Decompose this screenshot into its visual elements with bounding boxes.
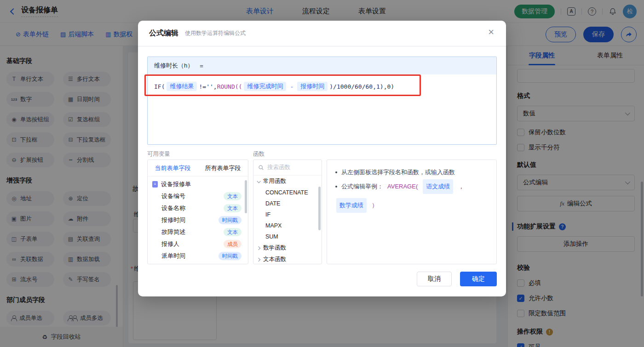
function-group-common[interactable]: 常用函数: [253, 176, 322, 187]
tip-example-line: 公式编辑举例：AVERAGE(语文成绩，数学成绩）: [335, 179, 488, 213]
function-item[interactable]: DATE: [253, 198, 322, 209]
type-badge: 文本: [224, 228, 242, 236]
close-icon[interactable]: ×: [488, 27, 494, 37]
function-item[interactable]: MAPX: [253, 220, 322, 231]
chevron-right-icon: [257, 257, 260, 261]
tree-root-form[interactable]: ≡ 设备报修单: [148, 176, 248, 190]
variables-label: 可用变量: [147, 150, 170, 158]
functions-label: 函数: [253, 150, 264, 158]
variables-panel: 当前表单字段 所有表单字段 ≡ 设备报修单 设备编号文本 设备名称文本 报修时间…: [147, 159, 248, 264]
variable-row[interactable]: 设备编号文本: [148, 190, 248, 202]
type-badge: 文本: [224, 192, 242, 200]
variable-row[interactable]: 设备名称文本: [148, 202, 248, 214]
type-badge: 文本: [224, 204, 242, 212]
functions-scrollbar[interactable]: [318, 187, 321, 230]
function-search-input[interactable]: 搜索函数: [253, 160, 322, 176]
field-chip: 数学成绩: [336, 198, 367, 213]
type-badge: 成员: [224, 240, 242, 248]
functions-panel: 搜索函数 常用函数 CONCATENATE DATE IF MAPX SUM 数…: [253, 159, 322, 264]
function-item[interactable]: IF: [253, 209, 322, 220]
bullet-dot: [335, 171, 337, 173]
cancel-button[interactable]: 取消: [417, 272, 452, 286]
tab-current-form-fields[interactable]: 当前表单字段: [155, 164, 191, 172]
function-group-math[interactable]: 数学函数: [253, 242, 322, 254]
formula-editor[interactable]: 维修时长（h） = IF( 维修结果 !='', ROUND(( 维修完成时间 …: [147, 57, 497, 145]
variable-row[interactable]: 故障简述文本: [148, 226, 248, 238]
chevron-down-icon: [257, 179, 260, 183]
search-icon: [258, 165, 264, 171]
form-doc-icon: ≡: [152, 181, 158, 188]
bullet-dot: [335, 186, 337, 188]
chevron-right-icon: [257, 246, 260, 250]
confirm-button[interactable]: 确定: [460, 272, 497, 286]
tip-line: 从左侧面板选择字段名和函数，或输入函数: [335, 165, 488, 179]
field-chip: 语文成绩: [423, 179, 453, 194]
formula-editor-modal: 公式编辑 使用数学运算符编辑公式 × 维修时长（h） = IF( 维修结果 !=…: [138, 21, 506, 296]
equals-sign: =: [200, 63, 203, 69]
formula-tips-panel: 从左侧面板选择字段名和函数，或输入函数 公式编辑举例：AVERAGE(语文成绩，…: [327, 159, 497, 264]
variables-scrollbar[interactable]: [245, 180, 247, 213]
formula-target-row: 维修时长（h） =: [148, 57, 496, 74]
variable-row[interactable]: 派单时间时间戳: [148, 250, 248, 262]
type-badge: 时间戳: [218, 216, 242, 224]
search-placeholder: 搜索函数: [267, 164, 290, 171]
formula-target-field: 维修时长（h）: [154, 62, 193, 70]
type-badge: 时间戳: [218, 252, 242, 260]
modal-title: 公式编辑: [149, 28, 178, 38]
variable-row[interactable]: 报修人成员: [148, 238, 248, 250]
function-group-text[interactable]: 文本函数: [253, 254, 322, 264]
function-item[interactable]: CONCATENATE: [253, 187, 322, 198]
function-item[interactable]: SUM: [253, 231, 322, 242]
red-annotation-box: [144, 74, 421, 96]
tab-all-form-fields[interactable]: 所有表单字段: [205, 164, 241, 172]
modal-subtitle: 使用数学运算符编辑公式: [185, 29, 246, 37]
variable-row[interactable]: 报修时间时间戳: [148, 214, 248, 226]
